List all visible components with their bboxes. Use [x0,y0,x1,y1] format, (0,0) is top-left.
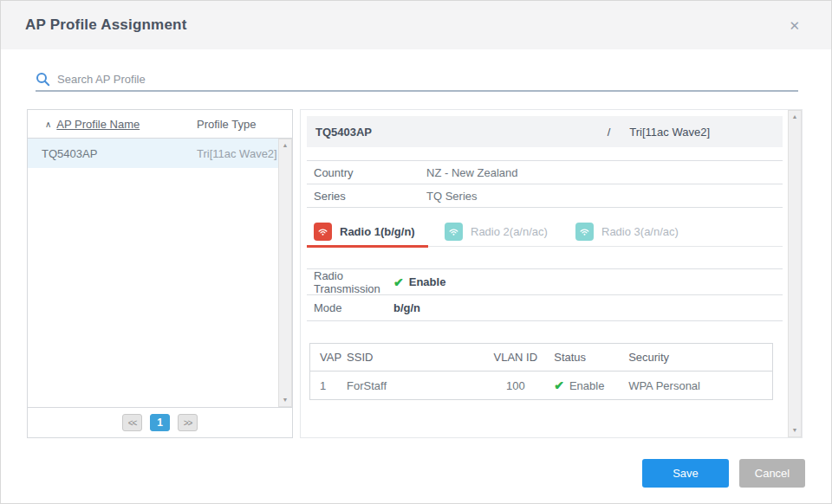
tab-radio-1-label: Radio 1(b/g/n) [340,225,415,238]
profile-type: Tri[11ac Wave2] [197,147,279,160]
radio-tabs: Radio 1(b/g/n) Radio 2(a/n/ac) [307,216,783,247]
profile-detail-panel: TQ5403AP / Tri[11ac Wave2] Country NZ - … [300,109,803,438]
radio-transmission-label: Radio Transmission [307,269,393,295]
profile-list-body: TQ5403AP Tri[11ac Wave2] ▲ ▼ [28,139,292,407]
vap-table: VAP SSID VLAN ID Status Security 1 ForSt… [309,343,773,400]
series-row: Series TQ Series [307,184,783,208]
ap-profile-assignment-dialog: AP Profile Assignment ✕ ∧ AP Profile Nam… [0,0,832,504]
pagination-next-button[interactable]: >> [178,414,198,431]
country-value: NZ - New Zealand [426,166,517,179]
title-separator: / [608,126,611,139]
wifi-icon [314,223,332,241]
tab-radio-3-label: Radio 3(a/n/ac) [601,225,679,238]
radio-settings: Radio Transmission ✔ Enable Mode b/g/n [307,268,783,321]
series-value: TQ Series [426,190,478,203]
col-vap: VAP [310,344,342,372]
pagination-prev-button[interactable]: << [122,414,142,431]
vap-table-row: 1 ForStaff 100 ✔ Enable WPA Personal [310,372,773,400]
mode-row: Mode b/g/n [307,295,783,321]
tab-radio-2-label: Radio 2(a/n/ac) [471,225,548,238]
scroll-down-icon[interactable]: ▼ [279,394,291,406]
ap-profile-list-panel: ∧ AP Profile Name Profile Type TQ5403AP … [27,109,293,438]
scroll-down-icon[interactable]: ▼ [789,424,801,436]
radio-transmission-value: Enable [409,275,446,288]
sort-asc-icon[interactable]: ∧ [45,120,51,129]
profile-detail-titlebar: TQ5403AP / Tri[11ac Wave2] [307,116,783,147]
country-row: Country NZ - New Zealand [307,161,783,184]
dialog-header: AP Profile Assignment ✕ [1,1,831,49]
scroll-up-icon[interactable]: ▲ [279,139,291,152]
col-status: Status [543,344,619,372]
profile-info-rows: Country NZ - New Zealand Series TQ Serie… [307,160,783,208]
search-icon [36,72,50,87]
check-icon: ✔ [393,275,404,289]
close-icon[interactable]: ✕ [782,14,807,37]
status-text: Enable [569,379,604,392]
profile-name: TQ5403AP [28,147,197,160]
radio-transmission-row: Radio Transmission ✔ Enable [307,269,783,295]
profile-row-tq5403ap[interactable]: TQ5403AP Tri[11ac Wave2] [28,139,279,168]
wifi-icon [575,223,594,241]
ssid-cell: ForStaff [341,372,487,400]
detail-profile-type: Tri[11ac Wave2] [629,126,710,139]
tab-radio-1[interactable]: Radio 1(b/g/n) [307,216,428,246]
column-profile-type[interactable]: Profile Type [197,118,292,131]
country-label: Country [307,166,426,179]
pagination: << 1 >> [28,407,292,437]
wifi-icon [445,223,463,241]
profile-list-header: ∧ AP Profile Name Profile Type [28,110,292,139]
cancel-button[interactable]: Cancel [739,459,805,488]
vlan-id-cell: 100 [487,372,543,400]
search-bar [36,68,798,92]
pagination-page-1-button[interactable]: 1 [150,414,170,431]
vap-cell: 1 [310,372,342,400]
col-ssid: SSID [341,344,487,372]
col-vlan-id: VLAN ID [487,344,543,372]
profile-list-scrollbar[interactable]: ▲ ▼ [278,139,292,407]
detail-profile-name: TQ5403AP [315,126,608,139]
search-input[interactable] [57,70,798,89]
detail-panel-scrollbar[interactable]: ▲ ▼ [788,110,802,437]
check-icon: ✔ [554,378,564,392]
scroll-up-icon[interactable]: ▲ [789,111,801,123]
col-security: Security [619,344,772,372]
save-button[interactable]: Save [642,459,729,488]
status-cell: ✔ Enable [543,372,619,400]
security-cell: WPA Personal [619,372,772,400]
page-title: AP Profile Assignment [25,16,187,34]
vap-table-header: VAP SSID VLAN ID Status Security [310,344,773,372]
series-label: Series [307,190,426,203]
tab-radio-2[interactable]: Radio 2(a/n/ac) [438,216,559,246]
mode-value: b/g/n [393,301,420,314]
mode-label: Mode [307,301,393,314]
tab-radio-3[interactable]: Radio 3(a/n/ac) [569,216,690,246]
column-ap-profile-name[interactable]: ∧ AP Profile Name [28,118,197,131]
